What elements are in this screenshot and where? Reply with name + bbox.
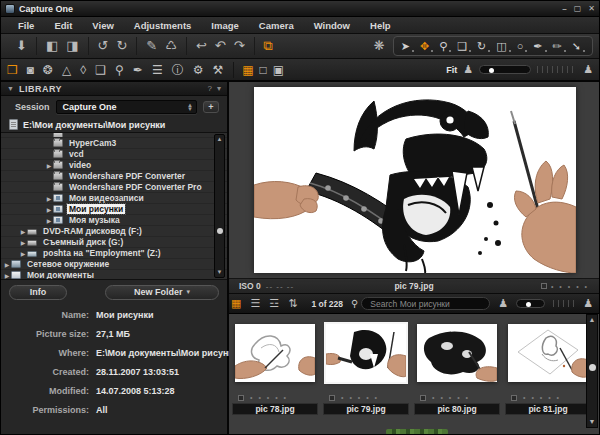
thumbnail-image[interactable] [326, 324, 406, 382]
tree-item[interactable]: HyperCam3 [1, 138, 227, 149]
capture-tab-icon[interactable]: ◙ [27, 62, 34, 78]
minimize-button[interactable]: – [562, 4, 566, 14]
close-button[interactable]: ✕ [588, 4, 595, 14]
preview-image[interactable] [254, 87, 576, 273]
rotate-image-cw-icon[interactable]: ↻ [116, 37, 127, 55]
session-down-icon[interactable]: ▼ [187, 107, 193, 111]
menu-image[interactable]: Image [202, 20, 247, 31]
select-checkbox[interactable] [420, 395, 426, 401]
menu-adjustments[interactable]: Adjustments [125, 20, 201, 31]
import-images-icon[interactable]: ⬇ [16, 37, 27, 55]
browser-scroll-thumb[interactable] [589, 364, 596, 371]
collapse-icon[interactable]: ▼ [7, 85, 14, 92]
rotate-tool-icon[interactable]: ↻ [477, 38, 490, 54]
thumb-rows-icon[interactable]: ☲ [269, 297, 279, 310]
thumbnail-cell[interactable]: • • • • • pic 81.jpg [504, 320, 592, 435]
rating-dots[interactable]: • • • • • [523, 394, 561, 401]
sort-icon[interactable]: ⇅ [288, 297, 297, 310]
tree-item[interactable]: Wondershare PDF Converter Pro [1, 182, 227, 193]
tree-item[interactable]: ▶Мои рисунки [1, 204, 227, 215]
copy-settings-icon[interactable]: ⧉ [264, 37, 273, 55]
select-checkbox[interactable] [238, 395, 244, 401]
new-folder-button[interactable]: New Folder ▾ [105, 285, 219, 300]
crop-tab-icon[interactable]: ❑ [95, 62, 106, 78]
rating-dots[interactable]: • • • • • [432, 394, 470, 401]
rating-dots[interactable]: • • • • • [250, 394, 288, 401]
thumb-size-knob[interactable] [526, 302, 531, 307]
tree-expand-icon[interactable]: ▶ [19, 239, 27, 246]
zoom-slider-knob[interactable] [489, 68, 494, 73]
metadata-tab-icon[interactable]: ☰ [152, 62, 163, 78]
menu-view[interactable]: View [83, 20, 122, 31]
grid-view-icon[interactable]: ▦ [242, 62, 253, 78]
scroll-up-icon[interactable]: ▲ [589, 315, 596, 325]
draw-mask-tool-icon[interactable]: ✒ [533, 38, 546, 54]
thumbnail-cell[interactable]: • • • • • pic 78.jpg [231, 320, 319, 435]
thumb-size-slider[interactable] [516, 299, 545, 308]
library-tab-icon[interactable]: ❒ [7, 62, 18, 78]
title-bar[interactable]: Capture One – ▢ ✕ [1, 1, 599, 17]
thumbnail-image[interactable] [235, 324, 315, 382]
color-tab-icon[interactable]: ❂ [43, 62, 53, 78]
menu-window[interactable]: Window [305, 20, 359, 31]
menu-help[interactable]: Help [361, 20, 400, 31]
undo-all-icon[interactable]: ↩ [196, 37, 207, 55]
tree-item[interactable]: ▶Съемный диск (G:) [1, 237, 227, 248]
keystone-tool-icon[interactable]: ◫ [496, 38, 510, 54]
adjustments-tab-icon[interactable]: ✒ [133, 62, 143, 78]
tree-expand-icon[interactable]: ▶ [19, 250, 27, 257]
tree-expand-icon[interactable]: ▶ [3, 261, 11, 268]
tree-item[interactable]: ▶poshta на "Employment" (Z:) [1, 248, 227, 259]
lens-tab-icon[interactable]: ◊ [80, 62, 86, 78]
menu-camera[interactable]: Camera [250, 20, 303, 31]
tree-expand-icon[interactable]: ▶ [45, 195, 53, 202]
edit-folder-icon[interactable]: ✎ [146, 37, 157, 55]
browser-scroll-track[interactable] [587, 325, 597, 417]
select-checkbox[interactable] [329, 395, 335, 401]
menu-edit[interactable]: Edit [45, 20, 81, 31]
maximize-button[interactable]: ▢ [574, 4, 582, 14]
thumbnail-cell-selected[interactable]: • • • • • pic 79.jpg [322, 320, 410, 435]
tree-expand-icon[interactable]: ▶ [45, 217, 53, 224]
rotate-screen-left-icon[interactable]: ◧ [46, 37, 58, 55]
thumbnail-image[interactable] [417, 324, 497, 382]
tree-item[interactable]: ▶Мои видеозаписи [1, 193, 227, 204]
library-header[interactable]: ▼ LIBRARY ? ▾ [1, 82, 227, 96]
tree-scroll-track[interactable] [215, 144, 224, 268]
tree-scroll-thumb[interactable] [217, 228, 223, 234]
apply-adjustments-tool-icon[interactable]: ➘ [572, 38, 585, 54]
rating-dots[interactable]: • • • • • [341, 394, 379, 401]
scroll-up-icon[interactable]: ▲ [217, 135, 223, 144]
tree-item[interactable]: ▶video [1, 160, 227, 171]
tree-item[interactable]: ▶DVD-RAM дисковод (F:) [1, 226, 227, 237]
tree-expand-icon[interactable]: ▶ [19, 228, 27, 235]
info-tab-icon[interactable]: ⓘ [172, 62, 184, 78]
rotate-screen-right-icon[interactable]: ◨ [66, 37, 78, 55]
pan-tool-icon[interactable]: ✥ [420, 38, 433, 54]
zoom-tool-icon[interactable]: ⚲ [439, 38, 451, 54]
browser-scrollbar[interactable]: ▲ ▼ [586, 314, 598, 428]
rating-dots[interactable]: • • • • • [551, 283, 589, 290]
crop-tool-icon[interactable]: ❑ [457, 38, 471, 54]
tree-item[interactable]: vcd [1, 149, 227, 160]
help-icon[interactable]: ? [208, 84, 212, 93]
exposure-tab-icon[interactable]: △ [62, 62, 71, 78]
redo-icon[interactable]: ↷ [234, 37, 245, 55]
thumbnail-image[interactable] [508, 324, 588, 382]
scroll-down-icon[interactable]: ▼ [217, 268, 223, 277]
menu-file[interactable]: File [9, 20, 43, 31]
rotate-image-ccw-icon[interactable]: ↺ [98, 37, 109, 55]
select-tool-icon[interactable]: ➤ [401, 38, 414, 54]
image-viewer[interactable] [229, 82, 599, 279]
pick-color-tool-icon[interactable]: ✏ [553, 38, 566, 54]
thumb-grid-icon[interactable]: ▦ [231, 297, 241, 310]
current-path-row[interactable]: E:\Мои документы\Мои рисунки [1, 117, 227, 132]
process-tab-icon[interactable]: ⚒ [212, 62, 223, 78]
focus-tab-icon[interactable]: ⚲ [115, 62, 124, 78]
trash-icon[interactable]: ♺ [165, 37, 177, 55]
select-checkbox[interactable] [541, 283, 547, 289]
select-checkbox[interactable] [511, 395, 517, 401]
panel-menu-icon[interactable]: ▾ [217, 84, 221, 93]
info-button[interactable]: Info [9, 285, 67, 300]
thumbnail-cell[interactable]: • • • • • pic 80.jpg [413, 320, 501, 435]
